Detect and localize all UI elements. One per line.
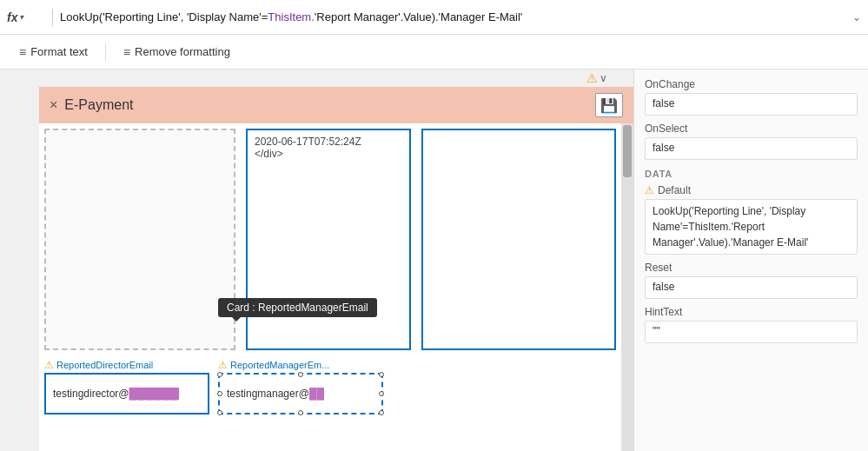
tooltip-arrow: [232, 317, 241, 326]
manager-email-blurred: ██: [309, 388, 324, 400]
director-email-value: testingdirector@: [53, 388, 129, 400]
formula-text-black: LookUp('Reporting Line', 'Display Name'=: [60, 10, 268, 23]
onselect-value[interactable]: false: [645, 137, 858, 160]
date-content: 2020-06-17T07:52:24Z</div>: [255, 136, 361, 160]
tooltip-text: Card : ReportedManagerEmail: [227, 302, 368, 314]
formula-bar: fx ▾ LookUp('Reporting Line', 'Display N…: [0, 0, 868, 35]
director-email-label-row: ⚠ ReportedDirectorEmail: [44, 359, 209, 371]
hinttext-row: HintText "": [645, 306, 858, 343]
default-value[interactable]: LookUp('Reporting Line', 'Display Name'=…: [645, 199, 858, 255]
data-section-header: DATA: [645, 169, 858, 179]
handle-bottom-right[interactable]: [379, 410, 384, 415]
left-dashed-column: [44, 129, 235, 350]
card-header: × E-Payment 💾: [39, 87, 633, 123]
tooltip-bubble: Card : ReportedManagerEmail: [218, 298, 377, 317]
vertical-scrollbar[interactable]: [621, 123, 633, 451]
main-content: ⚠ ∨ × E-Payment 💾 2020-06-17T07:52:: [0, 70, 868, 451]
card-title: E-Payment: [64, 97, 133, 113]
hinttext-value[interactable]: "": [645, 321, 858, 343]
warning-icon: ⚠: [586, 71, 598, 85]
chevron-down-icon[interactable]: ∨: [600, 72, 607, 84]
fx-chevron-icon[interactable]: ▾: [19, 12, 23, 22]
onselect-row: OnSelect false: [645, 123, 858, 160]
onselect-label: OnSelect: [645, 123, 858, 135]
right-panel: OnChange false OnSelect false DATA ⚠ Def…: [633, 70, 868, 451]
handle-bottom-mid[interactable]: [298, 410, 303, 415]
handle-top-mid[interactable]: [298, 372, 303, 377]
manager-email-input[interactable]: testingmanager@██: [218, 373, 383, 415]
toolbar-separator: [105, 43, 106, 61]
manager-email-field-group: Card : ReportedManagerEmail ⚠ ReportedMa…: [218, 359, 383, 415]
director-email-label-text: ReportedDirectorEmail: [56, 360, 153, 370]
fx-label: fx: [7, 10, 17, 24]
onchange-row: OnChange false: [645, 78, 858, 116]
remove-format-icon: ≡: [123, 45, 130, 59]
scrollbar-thumb[interactable]: [623, 125, 632, 177]
director-email-input[interactable]: testingdirector@██████: [44, 373, 209, 415]
save-button[interactable]: 💾: [595, 93, 623, 117]
director-warning-icon: ⚠: [44, 359, 54, 371]
toolbar: ≡ Format text ≡ Remove formatting: [0, 35, 868, 70]
default-label-text: Default: [658, 184, 691, 196]
card-body-fields: 2020-06-17T07:52:24Z</div>: [39, 123, 621, 355]
remove-formatting-button[interactable]: ≡ Remove formatting: [115, 42, 239, 63]
warning-chevron-area: ⚠ ∨: [586, 71, 607, 85]
handle-mid-right[interactable]: [379, 391, 384, 396]
hinttext-label: HintText: [645, 306, 858, 318]
formula-display[interactable]: LookUp('Reporting Line', 'Display Name'=…: [60, 10, 852, 23]
formula-text-purple: ThisItem.: [268, 10, 314, 23]
remove-formatting-label: Remove formatting: [135, 45, 230, 58]
reset-label: Reset: [645, 262, 858, 274]
manager-email-value: testingmanager@: [227, 388, 309, 400]
reset-row: Reset false: [645, 262, 858, 299]
card-close-group: × E-Payment: [50, 97, 133, 113]
canvas-area: ⚠ ∨ × E-Payment 💾 2020-06-17T07:52:: [0, 70, 633, 451]
format-text-icon: ≡: [19, 45, 26, 59]
epayment-card: × E-Payment 💾 2020-06-17T07:52:24Z</div>: [39, 87, 633, 451]
handle-bottom-left[interactable]: [217, 410, 222, 415]
formula-separator: [52, 9, 53, 26]
handle-top-left[interactable]: [217, 372, 222, 377]
manager-email-label-text: ReportedManagerEm...: [230, 360, 329, 370]
formula-fx-area: fx ▾: [7, 10, 38, 24]
format-text-button[interactable]: ≡ Format text: [10, 42, 96, 63]
onchange-value[interactable]: false: [645, 93, 858, 116]
right-empty-column: [421, 129, 616, 350]
formula-expand-icon[interactable]: ⌄: [852, 11, 861, 23]
director-email-blurred: ██████: [129, 388, 179, 400]
default-warning-icon: ⚠: [645, 184, 654, 196]
handle-top-right[interactable]: [379, 372, 384, 377]
save-icon: 💾: [600, 97, 618, 114]
manager-warning-icon: ⚠: [218, 359, 228, 371]
director-email-field-group: ⚠ ReportedDirectorEmail testingdirector@…: [44, 359, 209, 415]
default-label: ⚠ Default: [645, 184, 858, 196]
formula-text-black2: 'Report Manager'.Value).'Manager E-Mail': [315, 10, 522, 23]
handle-mid-left[interactable]: [217, 391, 222, 396]
format-text-label: Format text: [30, 45, 88, 58]
onchange-label: OnChange: [645, 78, 858, 90]
manager-email-label-row: ⚠ ReportedManagerEm...: [218, 359, 383, 371]
bottom-fields-row: ⚠ ReportedDirectorEmail testingdirector@…: [39, 355, 621, 451]
default-row: ⚠ Default LookUp('Reporting Line', 'Disp…: [645, 184, 858, 255]
reset-value[interactable]: false: [645, 276, 858, 299]
close-button[interactable]: ×: [50, 97, 57, 113]
